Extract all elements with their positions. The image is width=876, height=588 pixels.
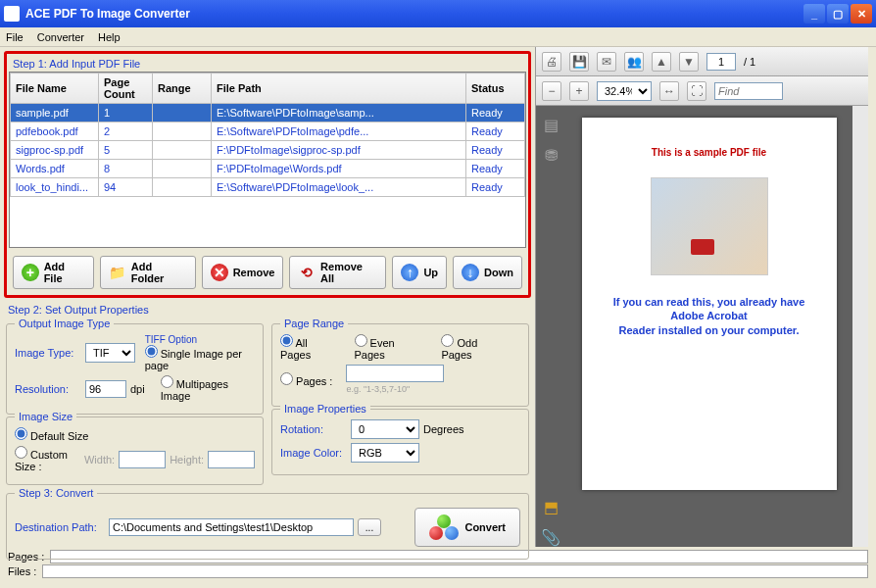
table-row[interactable]: look_to_hindi...94E:\Software\PDFtoImage… xyxy=(11,178,525,197)
menu-help[interactable]: Help xyxy=(98,31,121,43)
plus-icon: + xyxy=(22,264,39,281)
page-down-icon[interactable]: ▼ xyxy=(679,52,699,72)
fit-page-icon[interactable]: ⛶ xyxy=(687,81,706,101)
doc-footer-2: Reader installed on your computer. xyxy=(602,323,817,337)
email-icon[interactable]: ✉ xyxy=(597,52,616,72)
arrow-down-icon: ↓ xyxy=(462,264,479,281)
width-input xyxy=(119,451,166,468)
menu-file[interactable]: File xyxy=(6,31,24,43)
height-input xyxy=(208,451,255,468)
destination-input[interactable] xyxy=(109,518,354,536)
close-button[interactable]: ✕ xyxy=(851,4,872,24)
app-icon xyxy=(4,6,20,22)
files-progress xyxy=(42,564,868,578)
find-input[interactable] xyxy=(714,82,783,100)
collab-icon[interactable]: 👥 xyxy=(624,52,644,72)
doc-title: This is a sample PDF file xyxy=(602,147,817,158)
attachments-icon[interactable]: 📎 xyxy=(541,528,560,547)
destination-label: Destination Path: xyxy=(15,521,105,533)
menu-bar: File Converter Help xyxy=(0,27,876,47)
sample-image xyxy=(651,177,768,275)
menu-converter[interactable]: Converter xyxy=(37,31,84,43)
up-button[interactable]: ↑Up xyxy=(392,256,447,289)
pages-panel-icon[interactable]: ▤ xyxy=(544,116,559,134)
browse-button[interactable]: ... xyxy=(358,518,381,536)
down-button[interactable]: ↓Down xyxy=(453,256,522,289)
col-filename[interactable]: File Name xyxy=(11,74,99,104)
step1-panel: Step 1: Add Input PDF File File Name Pag… xyxy=(4,51,531,298)
files-label: Files : xyxy=(8,565,36,577)
fit-width-icon[interactable]: ↔ xyxy=(659,81,679,101)
layers-icon[interactable]: ⬒ xyxy=(544,498,559,516)
tiff-single-radio[interactable]: Single Image per page xyxy=(145,348,242,371)
col-range[interactable]: Range xyxy=(153,74,212,104)
table-row[interactable]: sigproc-sp.pdf5F:\PDFtoImage\sigproc-sp.… xyxy=(11,141,525,160)
doc-footer-1: If you can read this, you already have A… xyxy=(602,295,817,323)
table-row[interactable]: pdfebook.pdf2E:\Software\PDFtoImage\pdfe… xyxy=(11,122,525,141)
preview-area[interactable]: This is a sample PDF file If you can rea… xyxy=(565,106,852,547)
add-file-button[interactable]: +Add File xyxy=(13,256,94,289)
rotation-label: Rotation: xyxy=(280,423,347,435)
preview-sidebar: ▤ ⛃ ⬒ 📎 xyxy=(536,106,565,547)
minimize-button[interactable]: _ xyxy=(803,4,825,24)
page-total: / 1 xyxy=(744,56,755,68)
image-type-select[interactable]: TIF xyxy=(85,343,135,363)
image-color-label: Image Color: xyxy=(280,447,347,459)
rotation-select[interactable]: 0 xyxy=(351,419,419,439)
add-folder-button[interactable]: 📁Add Folder xyxy=(100,256,196,289)
image-size-group: Image Size Default Size Custom Size : Wi… xyxy=(6,416,264,485)
table-row[interactable]: Words.pdf8F:\PDFtoImage\Words.pdfReady xyxy=(11,160,525,178)
preview-toolbar-1: 🖨 💾 ✉ 👥 ▲ ▼ / 1 xyxy=(536,47,868,76)
tiff-multi-radio[interactable]: Multipages Image xyxy=(161,375,245,402)
remove-button[interactable]: ✕Remove xyxy=(202,256,284,289)
preview-toolbar-2: − + 32.4% ↔ ⛶ xyxy=(536,76,868,106)
odd-pages-radio[interactable]: Odd Pages xyxy=(441,334,511,361)
print-icon[interactable]: 🖨 xyxy=(542,52,561,72)
preview-scrollbar[interactable] xyxy=(852,106,868,547)
zoom-out-icon[interactable]: − xyxy=(542,81,561,101)
height-label: Height: xyxy=(170,454,204,466)
page-number-input[interactable] xyxy=(706,53,736,71)
custom-size-radio[interactable]: Custom Size : xyxy=(15,446,71,472)
all-pages-radio[interactable]: All Pages xyxy=(280,334,341,361)
convert-icon xyxy=(429,514,459,540)
preview-panel: 🖨 💾 ✉ 👥 ▲ ▼ / 1 − + 32.4% ↔ ⛶ ▤ ⛃ ⬒ 📎 Th xyxy=(535,47,868,547)
dpi-label: dpi xyxy=(130,383,145,395)
convert-button[interactable]: Convert xyxy=(414,508,520,547)
degrees-label: Degrees xyxy=(423,423,464,435)
save-icon[interactable]: 💾 xyxy=(569,52,589,72)
image-type-label: Image Type: xyxy=(15,347,81,359)
remove-icon: ✕ xyxy=(211,264,228,281)
zoom-in-icon[interactable]: + xyxy=(569,81,589,101)
resolution-input[interactable] xyxy=(85,380,126,398)
pages-input xyxy=(346,365,444,382)
table-row[interactable]: sample.pdf1E:\Software\PDFtoImage\samp..… xyxy=(11,104,525,122)
page-preview: This is a sample PDF file If you can rea… xyxy=(582,118,837,490)
remove-all-button[interactable]: ⟲Remove All xyxy=(289,256,386,289)
folder-plus-icon: 📁 xyxy=(109,264,126,281)
maximize-button[interactable]: ▢ xyxy=(827,4,849,24)
arrow-up-icon: ↑ xyxy=(401,264,418,281)
width-label: Width: xyxy=(84,454,115,466)
pages-radio[interactable]: Pages : xyxy=(280,372,332,387)
zoom-select[interactable]: 32.4% xyxy=(597,81,652,101)
file-table[interactable]: File Name Page Count Range File Path Sta… xyxy=(10,73,525,197)
col-status[interactable]: Status xyxy=(466,74,525,104)
remove-all-icon: ⟲ xyxy=(298,264,316,281)
image-color-select[interactable]: RGB xyxy=(351,443,419,463)
page-range-group: Page Range All Pages Even Pages Odd Page… xyxy=(271,323,529,407)
tiff-option-label: TIFF Option xyxy=(145,334,255,345)
col-pagecount[interactable]: Page Count xyxy=(99,74,153,104)
step3-group: Step 3: Convert Destination Path: ... Co… xyxy=(6,493,529,560)
title-bar: ACE PDF To Image Converter _ ▢ ✕ xyxy=(0,0,876,27)
bookmarks-icon[interactable]: ⛃ xyxy=(545,146,558,165)
col-filepath[interactable]: File Path xyxy=(212,74,466,104)
step2-label: Step 2: Set Output Properties xyxy=(8,304,531,316)
window-title: ACE PDF To Image Converter xyxy=(25,7,803,21)
resolution-label: Resolution: xyxy=(15,383,81,395)
default-size-radio[interactable]: Default Size xyxy=(15,427,88,442)
step1-label: Step 1: Add Input PDF File xyxy=(13,58,526,70)
pages-hint: e.g. "1-3,5,7-10" xyxy=(346,384,410,394)
page-up-icon[interactable]: ▲ xyxy=(652,52,671,72)
even-pages-radio[interactable]: Even Pages xyxy=(355,334,428,361)
